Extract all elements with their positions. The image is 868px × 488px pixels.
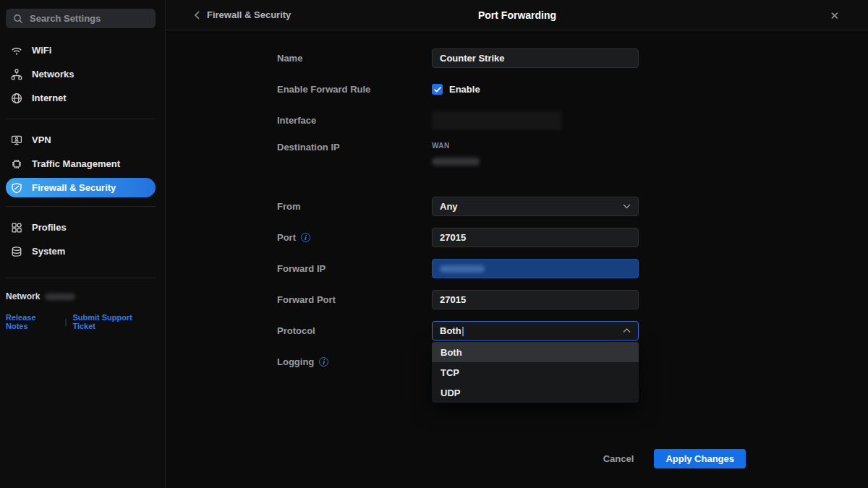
sidebar-item-networks[interactable]: Networks xyxy=(0,62,156,86)
sidebar-item-label: Profiles xyxy=(32,222,67,233)
profiles-icon xyxy=(11,222,22,234)
redacted-version xyxy=(45,294,75,300)
destination-ip-label: Destination IP xyxy=(277,142,432,153)
close-icon[interactable]: ✕ xyxy=(830,9,839,20)
port-row: Port i xyxy=(277,228,868,247)
back-label: Firewall & Security xyxy=(207,9,291,20)
checkbox-checked-icon xyxy=(432,84,443,95)
protocol-dropdown-menu: Both TCP UDP xyxy=(432,342,639,403)
forward-ip-label: Forward IP xyxy=(277,263,432,274)
text-caret xyxy=(462,327,464,336)
sidebar-divider xyxy=(6,206,156,207)
enable-forward-rule-label: Enable Forward Rule xyxy=(277,84,432,95)
redacted-destination-ip xyxy=(432,158,480,166)
submit-support-ticket-link[interactable]: Submit Support Ticket xyxy=(72,313,156,330)
cancel-button[interactable]: Cancel xyxy=(603,453,634,464)
globe-icon xyxy=(11,93,22,104)
release-notes-link[interactable]: Release Notes xyxy=(6,313,59,330)
info-icon[interactable]: i xyxy=(319,357,328,367)
sidebar-item-label: VPN xyxy=(32,134,51,145)
dropdown-option-both[interactable]: Both xyxy=(432,342,639,362)
sidebar-item-internet[interactable]: Internet xyxy=(0,86,156,110)
redacted-forward-ip xyxy=(440,265,485,273)
interface-row: Interface xyxy=(277,111,868,130)
port-forward-form: Name Enable Forward Rule Enable xyxy=(166,30,868,372)
chevron-down-icon xyxy=(623,204,631,209)
panel-header: Firewall & Security Port Forwarding ✕ xyxy=(166,0,868,30)
sidebar-divider xyxy=(6,278,156,278)
forward-port-label: Forward Port xyxy=(277,294,432,305)
sidebar-footer: Network Release Notes | Submit Support T… xyxy=(6,291,156,330)
forward-ip-input[interactable] xyxy=(432,259,639,278)
name-row: Name xyxy=(277,48,868,68)
sidebar-divider xyxy=(6,119,156,119)
search-icon xyxy=(13,14,23,24)
interface-label: Interface xyxy=(277,115,432,126)
sidebar-item-firewall-security[interactable]: Firewall & Security xyxy=(6,178,156,197)
sidebar-item-label: WiFi xyxy=(32,45,51,56)
from-select[interactable]: Any xyxy=(432,197,639,216)
protocol-row: Protocol Both Both TCP UDP xyxy=(277,321,868,341)
search-placeholder: Search Settings xyxy=(30,13,101,24)
page-title: Port Forwarding xyxy=(478,9,556,21)
from-label: From xyxy=(277,201,432,212)
back-button[interactable]: Firewall & Security xyxy=(194,9,291,20)
sidebar-item-label: Traffic Management xyxy=(32,158,120,169)
shield-icon xyxy=(11,182,22,194)
sidebar-item-profiles[interactable]: Profiles xyxy=(0,215,156,239)
dropdown-option-udp[interactable]: UDP xyxy=(432,382,639,403)
chevron-left-icon xyxy=(194,11,200,20)
from-select-value: Any xyxy=(440,201,458,212)
logging-label: Logging xyxy=(277,356,314,367)
sidebar-item-wifi[interactable]: WiFi xyxy=(0,38,156,62)
destination-ip-row: Destination IP WAN xyxy=(277,142,868,171)
chevron-up-icon xyxy=(623,328,631,333)
protocol-select-value: Both xyxy=(440,325,464,336)
wifi-icon xyxy=(11,45,22,56)
dropdown-option-tcp[interactable]: TCP xyxy=(432,362,639,382)
protocol-select[interactable]: Both xyxy=(432,321,639,341)
networks-icon xyxy=(11,69,22,80)
port-label: Port xyxy=(277,232,296,243)
forward-port-row: Forward Port xyxy=(277,290,868,309)
sidebar-item-label: Firewall & Security xyxy=(32,182,116,193)
wan-option-label: WAN xyxy=(432,142,639,150)
forward-port-input[interactable] xyxy=(432,290,639,309)
app-window: Search Settings WiFi Networks xyxy=(0,0,868,488)
from-row: From Any xyxy=(277,197,868,216)
port-input[interactable] xyxy=(432,228,639,247)
info-icon[interactable]: i xyxy=(301,233,310,242)
enable-forward-rule-row: Enable Forward Rule Enable xyxy=(277,80,868,99)
system-icon xyxy=(11,246,22,257)
enable-checkbox[interactable]: Enable xyxy=(432,84,639,95)
vpn-icon xyxy=(11,134,22,146)
sidebar-item-traffic-management[interactable]: Traffic Management xyxy=(0,152,156,176)
footer-actions: Cancel Apply Changes xyxy=(603,449,746,468)
search-input[interactable]: Search Settings xyxy=(6,9,156,28)
port-forwarding-panel: Firewall & Security Port Forwarding ✕ Na… xyxy=(166,0,868,488)
sidebar-item-label: Internet xyxy=(32,93,67,103)
protocol-label: Protocol xyxy=(277,325,432,336)
sidebar-item-system[interactable]: System xyxy=(0,239,156,263)
forward-ip-row: Forward IP xyxy=(277,259,868,278)
name-label: Name xyxy=(277,53,432,64)
redacted-interface-control xyxy=(432,111,562,130)
sidebar-item-label: System xyxy=(32,246,65,257)
sidebar-item-label: Networks xyxy=(32,69,75,80)
enable-checkbox-label: Enable xyxy=(449,84,480,95)
name-input[interactable] xyxy=(432,48,639,68)
network-version-label: Network xyxy=(6,291,40,301)
link-separator: | xyxy=(65,317,67,326)
sidebar-item-vpn[interactable]: VPN xyxy=(0,128,156,152)
sidebar: Search Settings WiFi Networks xyxy=(0,0,166,488)
chip-icon xyxy=(11,158,22,170)
apply-changes-button[interactable]: Apply Changes xyxy=(654,449,746,468)
